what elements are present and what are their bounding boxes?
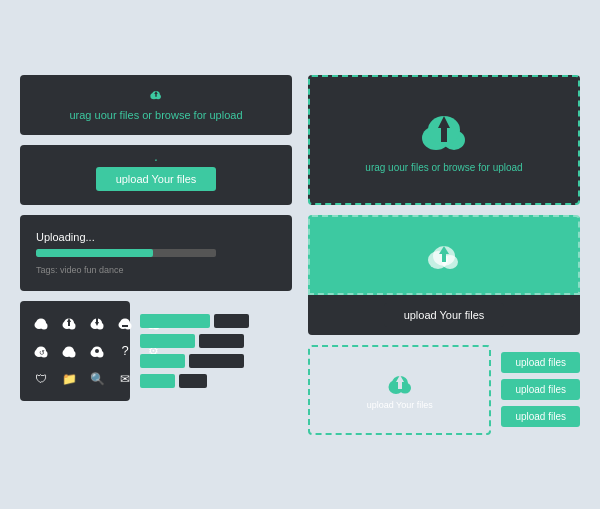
right-mid-teal xyxy=(308,215,580,295)
icon-cloud-8 xyxy=(86,340,108,362)
right-mid-card: upload Your files xyxy=(308,215,580,335)
progress-bar-background xyxy=(36,249,216,257)
bar-teal-1 xyxy=(140,314,210,328)
right-mid-dark: upload Your files xyxy=(308,295,580,335)
svg-point-33 xyxy=(64,346,74,355)
browse-link[interactable]: browse xyxy=(155,109,190,121)
left-column: urag uour files or browse for upload upl… xyxy=(20,75,292,435)
right-column: urag uour files or browse for upload upl… xyxy=(308,75,580,435)
cloud-upload-icon-small xyxy=(385,370,415,396)
progress-bars-column xyxy=(140,301,292,401)
uploading-label: Uploading... xyxy=(36,231,95,243)
bar-dark-3 xyxy=(189,354,244,368)
bar-dark-2 xyxy=(199,334,244,348)
upload-files-button-3[interactable]: upload files xyxy=(501,406,580,427)
icon-search: 🔍 xyxy=(86,368,108,390)
progress-bar-fill xyxy=(36,249,153,257)
cloud-upload-icon xyxy=(136,89,176,101)
small-upload-label: upload Your files xyxy=(367,400,433,410)
bar-row-3 xyxy=(140,354,292,368)
bottom-right-row: upload Your files upload files upload fi… xyxy=(308,345,580,435)
tags-text: Tags: video fun dance xyxy=(36,265,124,275)
upload-buttons-column: upload files upload files upload files xyxy=(501,345,580,435)
upload-your-files-button[interactable]: upload Your files xyxy=(96,167,217,191)
main-container: urag uour files or browse for upload upl… xyxy=(0,55,600,455)
icon-mail: ✉ xyxy=(114,368,136,390)
right-drag-text: urag uour files or browse for upload xyxy=(365,162,522,173)
svg-point-37 xyxy=(95,349,99,353)
small-upload-card: upload Your files xyxy=(308,345,491,435)
cloud-upload-icon-2 xyxy=(140,159,172,161)
bar-teal-4 xyxy=(140,374,175,388)
icon-cloud-4 xyxy=(114,312,136,334)
right-top-card: urag uour files or browse for upload xyxy=(308,75,580,205)
bar-row-2 xyxy=(140,334,292,348)
upload-files-button-1[interactable]: upload files xyxy=(501,352,580,373)
icon-cloud-3 xyxy=(86,312,108,334)
cloud-upload-icon-large xyxy=(416,106,472,154)
uploading-progress-card: Uploading... Tags: video fun dance xyxy=(20,215,292,291)
icon-shield: 🛡 xyxy=(30,368,52,390)
upload-your-files-button-2[interactable]: upload Your files xyxy=(384,303,505,327)
svg-rect-22 xyxy=(122,325,128,327)
upload-button-card: upload Your files xyxy=(20,145,292,205)
upload-files-button-2[interactable]: upload files xyxy=(501,379,580,400)
icon-cloud-7 xyxy=(58,340,80,362)
bar-dark-1 xyxy=(214,314,249,328)
icons-grid: ✓ ↺ ? ⚙ 🛡 📁 xyxy=(30,312,120,390)
cloud-upload-icon-mid xyxy=(424,238,464,272)
bar-dark-4 xyxy=(179,374,207,388)
icon-cloud-6: ↺ xyxy=(30,340,52,362)
drag-drop-card: urag uour files or browse for upload xyxy=(20,75,292,135)
icon-folder: 📁 xyxy=(58,368,80,390)
icon-question: ? xyxy=(114,340,136,362)
drag-drop-text: urag uour files or browse for upload xyxy=(69,109,242,121)
bar-teal-3 xyxy=(140,354,185,368)
svg-text:↺: ↺ xyxy=(39,349,45,356)
icons-grid-card: ✓ ↺ ? ⚙ 🛡 📁 xyxy=(20,301,130,401)
icon-cloud-2 xyxy=(58,312,80,334)
svg-point-10 xyxy=(36,318,46,327)
icon-cloud-1 xyxy=(30,312,52,334)
bar-teal-2 xyxy=(140,334,195,348)
bar-row-4 xyxy=(140,374,292,388)
bar-row-1 xyxy=(140,314,292,328)
bottom-left-row: ✓ ↺ ? ⚙ 🛡 📁 xyxy=(20,301,292,401)
right-browse-link[interactable]: browse xyxy=(443,162,475,173)
